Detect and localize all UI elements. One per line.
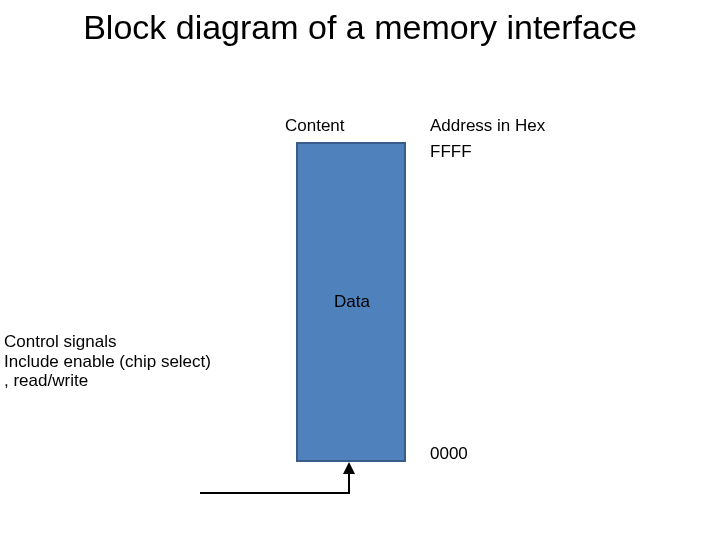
control-arrow-horizontal	[200, 492, 350, 494]
content-label: Content	[285, 116, 345, 136]
data-label: Data	[334, 292, 370, 312]
control-arrow-vertical	[348, 474, 350, 494]
control-arrow-head-icon	[343, 462, 355, 474]
address-header-label: Address in Hex	[430, 116, 545, 136]
address-low-label: 0000	[430, 444, 468, 464]
diagram-title: Block diagram of a memory interface	[0, 8, 720, 47]
address-high-label: FFFF	[430, 142, 472, 162]
control-signals-label: Control signals Include enable (chip sel…	[4, 332, 211, 391]
